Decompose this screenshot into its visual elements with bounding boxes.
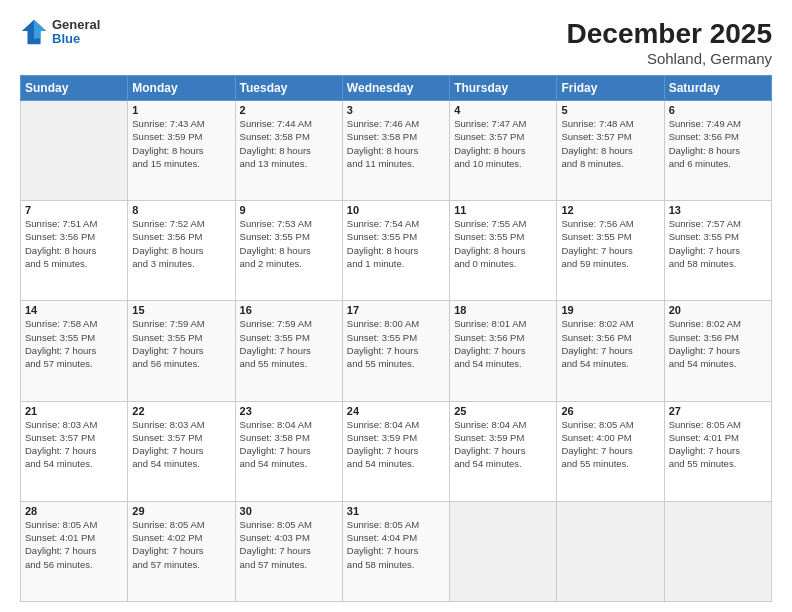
calendar-cell: 27Sunrise: 8:05 AM Sunset: 4:01 PM Dayli… (664, 401, 771, 501)
calendar-cell: 20Sunrise: 8:02 AM Sunset: 3:56 PM Dayli… (664, 301, 771, 401)
header: General Blue December 2025 Sohland, Germ… (20, 18, 772, 67)
svg-marker-1 (34, 20, 46, 39)
calendar-cell: 13Sunrise: 7:57 AM Sunset: 3:55 PM Dayli… (664, 201, 771, 301)
day-number: 31 (347, 505, 445, 517)
calendar-subtitle: Sohland, Germany (567, 50, 772, 67)
day-info: Sunrise: 7:53 AM Sunset: 3:55 PM Dayligh… (240, 217, 338, 270)
calendar-title: December 2025 (567, 18, 772, 50)
day-number: 7 (25, 204, 123, 216)
calendar-cell: 17Sunrise: 8:00 AM Sunset: 3:55 PM Dayli… (342, 301, 449, 401)
day-info: Sunrise: 7:59 AM Sunset: 3:55 PM Dayligh… (240, 317, 338, 370)
calendar-body: 1Sunrise: 7:43 AM Sunset: 3:59 PM Daylig… (21, 101, 772, 602)
day-info: Sunrise: 7:46 AM Sunset: 3:58 PM Dayligh… (347, 117, 445, 170)
calendar-cell: 21Sunrise: 8:03 AM Sunset: 3:57 PM Dayli… (21, 401, 128, 501)
day-number: 6 (669, 104, 767, 116)
calendar-cell: 5Sunrise: 7:48 AM Sunset: 3:57 PM Daylig… (557, 101, 664, 201)
calendar-cell: 7Sunrise: 7:51 AM Sunset: 3:56 PM Daylig… (21, 201, 128, 301)
day-number: 30 (240, 505, 338, 517)
day-info: Sunrise: 8:02 AM Sunset: 3:56 PM Dayligh… (561, 317, 659, 370)
week-row-0: 1Sunrise: 7:43 AM Sunset: 3:59 PM Daylig… (21, 101, 772, 201)
day-info: Sunrise: 7:59 AM Sunset: 3:55 PM Dayligh… (132, 317, 230, 370)
day-info: Sunrise: 7:58 AM Sunset: 3:55 PM Dayligh… (25, 317, 123, 370)
calendar-cell (664, 501, 771, 601)
calendar-cell: 30Sunrise: 8:05 AM Sunset: 4:03 PM Dayli… (235, 501, 342, 601)
day-info: Sunrise: 7:44 AM Sunset: 3:58 PM Dayligh… (240, 117, 338, 170)
day-number: 3 (347, 104, 445, 116)
calendar-cell: 10Sunrise: 7:54 AM Sunset: 3:55 PM Dayli… (342, 201, 449, 301)
header-cell-monday: Monday (128, 76, 235, 101)
day-number: 22 (132, 405, 230, 417)
calendar-cell: 12Sunrise: 7:56 AM Sunset: 3:55 PM Dayli… (557, 201, 664, 301)
day-info: Sunrise: 8:05 AM Sunset: 4:00 PM Dayligh… (561, 418, 659, 471)
day-info: Sunrise: 8:03 AM Sunset: 3:57 PM Dayligh… (25, 418, 123, 471)
day-number: 14 (25, 304, 123, 316)
day-number: 21 (25, 405, 123, 417)
day-info: Sunrise: 7:56 AM Sunset: 3:55 PM Dayligh… (561, 217, 659, 270)
day-number: 13 (669, 204, 767, 216)
day-info: Sunrise: 8:05 AM Sunset: 4:01 PM Dayligh… (669, 418, 767, 471)
day-number: 20 (669, 304, 767, 316)
week-row-4: 28Sunrise: 8:05 AM Sunset: 4:01 PM Dayli… (21, 501, 772, 601)
day-info: Sunrise: 7:43 AM Sunset: 3:59 PM Dayligh… (132, 117, 230, 170)
day-info: Sunrise: 7:57 AM Sunset: 3:55 PM Dayligh… (669, 217, 767, 270)
header-cell-friday: Friday (557, 76, 664, 101)
day-info: Sunrise: 7:51 AM Sunset: 3:56 PM Dayligh… (25, 217, 123, 270)
logo: General Blue (20, 18, 100, 47)
day-info: Sunrise: 8:05 AM Sunset: 4:02 PM Dayligh… (132, 518, 230, 571)
calendar-cell (21, 101, 128, 201)
day-info: Sunrise: 8:04 AM Sunset: 3:58 PM Dayligh… (240, 418, 338, 471)
day-number: 19 (561, 304, 659, 316)
title-block: December 2025 Sohland, Germany (567, 18, 772, 67)
day-info: Sunrise: 7:48 AM Sunset: 3:57 PM Dayligh… (561, 117, 659, 170)
logo-icon (20, 18, 48, 46)
day-number: 12 (561, 204, 659, 216)
day-number: 5 (561, 104, 659, 116)
day-info: Sunrise: 8:05 AM Sunset: 4:01 PM Dayligh… (25, 518, 123, 571)
calendar-cell (450, 501, 557, 601)
calendar-cell: 22Sunrise: 8:03 AM Sunset: 3:57 PM Dayli… (128, 401, 235, 501)
calendar-cell: 31Sunrise: 8:05 AM Sunset: 4:04 PM Dayli… (342, 501, 449, 601)
calendar-cell: 2Sunrise: 7:44 AM Sunset: 3:58 PM Daylig… (235, 101, 342, 201)
calendar-cell: 16Sunrise: 7:59 AM Sunset: 3:55 PM Dayli… (235, 301, 342, 401)
day-info: Sunrise: 8:00 AM Sunset: 3:55 PM Dayligh… (347, 317, 445, 370)
calendar-cell: 18Sunrise: 8:01 AM Sunset: 3:56 PM Dayli… (450, 301, 557, 401)
day-number: 24 (347, 405, 445, 417)
day-info: Sunrise: 7:52 AM Sunset: 3:56 PM Dayligh… (132, 217, 230, 270)
calendar-cell: 29Sunrise: 8:05 AM Sunset: 4:02 PM Dayli… (128, 501, 235, 601)
day-number: 15 (132, 304, 230, 316)
calendar-header: SundayMondayTuesdayWednesdayThursdayFrid… (21, 76, 772, 101)
header-cell-saturday: Saturday (664, 76, 771, 101)
calendar-cell: 23Sunrise: 8:04 AM Sunset: 3:58 PM Dayli… (235, 401, 342, 501)
week-row-2: 14Sunrise: 7:58 AM Sunset: 3:55 PM Dayli… (21, 301, 772, 401)
calendar-cell: 24Sunrise: 8:04 AM Sunset: 3:59 PM Dayli… (342, 401, 449, 501)
logo-general-text: General (52, 18, 100, 32)
day-info: Sunrise: 8:05 AM Sunset: 4:04 PM Dayligh… (347, 518, 445, 571)
day-number: 10 (347, 204, 445, 216)
logo-blue-text: Blue (52, 32, 100, 46)
header-cell-wednesday: Wednesday (342, 76, 449, 101)
day-info: Sunrise: 7:47 AM Sunset: 3:57 PM Dayligh… (454, 117, 552, 170)
day-number: 1 (132, 104, 230, 116)
week-row-3: 21Sunrise: 8:03 AM Sunset: 3:57 PM Dayli… (21, 401, 772, 501)
day-number: 27 (669, 405, 767, 417)
calendar-cell: 26Sunrise: 8:05 AM Sunset: 4:00 PM Dayli… (557, 401, 664, 501)
calendar-cell: 11Sunrise: 7:55 AM Sunset: 3:55 PM Dayli… (450, 201, 557, 301)
week-row-1: 7Sunrise: 7:51 AM Sunset: 3:56 PM Daylig… (21, 201, 772, 301)
header-row: SundayMondayTuesdayWednesdayThursdayFrid… (21, 76, 772, 101)
calendar-cell: 6Sunrise: 7:49 AM Sunset: 3:56 PM Daylig… (664, 101, 771, 201)
day-number: 16 (240, 304, 338, 316)
day-number: 8 (132, 204, 230, 216)
day-number: 18 (454, 304, 552, 316)
calendar-cell: 19Sunrise: 8:02 AM Sunset: 3:56 PM Dayli… (557, 301, 664, 401)
header-cell-thursday: Thursday (450, 76, 557, 101)
day-number: 17 (347, 304, 445, 316)
calendar-cell (557, 501, 664, 601)
page: General Blue December 2025 Sohland, Germ… (0, 0, 792, 612)
calendar-cell: 14Sunrise: 7:58 AM Sunset: 3:55 PM Dayli… (21, 301, 128, 401)
day-number: 9 (240, 204, 338, 216)
calendar-cell: 3Sunrise: 7:46 AM Sunset: 3:58 PM Daylig… (342, 101, 449, 201)
day-number: 11 (454, 204, 552, 216)
day-info: Sunrise: 7:54 AM Sunset: 3:55 PM Dayligh… (347, 217, 445, 270)
day-number: 4 (454, 104, 552, 116)
calendar-cell: 15Sunrise: 7:59 AM Sunset: 3:55 PM Dayli… (128, 301, 235, 401)
